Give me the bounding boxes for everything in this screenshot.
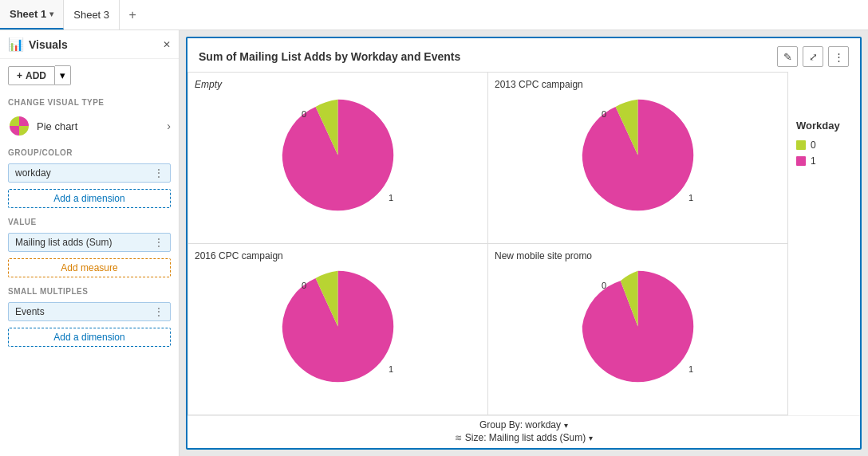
add-dimension-button-1[interactable]: Add a dimension <box>8 189 171 208</box>
chevron-down-icon-size[interactable]: ▾ <box>589 434 593 442</box>
bar-chart-icon: 📊 <box>8 37 24 52</box>
pie-chart-0-svg <box>276 93 400 217</box>
add-dimension-label-2: Add a dimension <box>53 332 124 343</box>
add-label: ADD <box>26 70 46 81</box>
chart-cell-3: New mobile site promo 0 1 <box>488 244 788 415</box>
chevron-down-icon: ▾ <box>60 69 65 81</box>
cell-0-label-1: 1 <box>389 193 393 202</box>
expand-icon: ⤢ <box>809 51 818 63</box>
pie-chart-3-svg <box>576 265 700 388</box>
visual-type-row[interactable]: Pie chart › <box>0 110 179 142</box>
visual-type-info: Pie chart <box>8 115 77 137</box>
chart-body: Empty 0 1 2013 CPC <box>187 72 860 415</box>
cell-1-title: 2013 CPC campaign <box>495 79 583 90</box>
tab-sheet3-label: Sheet 3 <box>73 9 109 21</box>
size-icon: ≋ <box>455 433 462 443</box>
value-label: VALUE <box>0 211 179 230</box>
tab-sheet3[interactable]: Sheet 3 <box>64 0 120 29</box>
add-button[interactable]: + ADD <box>8 66 55 85</box>
small-multiples-field-text: Events <box>15 306 45 317</box>
close-icon[interactable]: ✕ <box>163 39 171 50</box>
add-measure-button[interactable]: Add measure <box>8 258 171 277</box>
cell-3-label-0: 0 <box>602 281 606 290</box>
content-area: Sum of Mailing List Adds by Workday and … <box>180 30 868 456</box>
sidebar-title: 📊 Visuals <box>8 37 68 52</box>
chevron-right-icon: › <box>167 120 171 132</box>
pie-2: 0 1 <box>276 265 400 388</box>
legend-color-0 <box>796 140 806 150</box>
chart-controls: ✎ ⤢ ⋮ <box>777 46 849 67</box>
cell-2-label-1: 1 <box>389 364 393 374</box>
sidebar-title-text: Visuals <box>29 38 68 51</box>
top-bar: Sheet 1 ▾ Sheet 3 + <box>0 0 868 30</box>
small-multiples-field-pill[interactable]: Events ⋮ <box>8 302 171 321</box>
add-dimension-label-1: Add a dimension <box>53 193 124 204</box>
pie-3: 0 1 <box>576 265 700 388</box>
value-field-text: Mailing list adds (Sum) <box>15 237 112 248</box>
legend-color-1 <box>796 156 806 166</box>
chart-cell-0: Empty 0 1 <box>188 73 488 244</box>
pie-chart-2-svg <box>276 265 400 388</box>
pie-chart-icon <box>8 115 30 137</box>
legend-item-1: 1 <box>796 155 852 167</box>
legend-label-1: 1 <box>811 155 816 167</box>
more-options-button[interactable]: ⋮ <box>828 46 849 67</box>
sidebar-header: 📊 Visuals ✕ <box>0 30 179 59</box>
sidebar: 📊 Visuals ✕ + ADD ▾ CHANGE VISUAL TYPE <box>0 30 180 456</box>
change-visual-type-label: CHANGE VISUAL TYPE <box>0 92 179 110</box>
edit-icon: ✎ <box>783 51 792 63</box>
chevron-down-icon-group[interactable]: ▾ <box>564 421 568 430</box>
value-field-pill[interactable]: Mailing list adds (Sum) ⋮ <box>8 233 171 252</box>
group-field-pill[interactable]: workday ⋮ <box>8 163 171 183</box>
chart-cell-1: 2013 CPC campaign 0 1 <box>488 73 788 244</box>
chart-grid: Empty 0 1 2013 CPC <box>187 72 788 415</box>
small-multiples-field-options-icon[interactable]: ⋮ <box>154 306 164 317</box>
legend-title: Workday <box>796 120 852 132</box>
footer-group-by-text: Group By: workday <box>479 419 561 430</box>
legend-label-0: 0 <box>811 140 816 151</box>
add-button-group: + ADD ▾ <box>8 65 171 85</box>
add-dropdown-button[interactable]: ▾ <box>55 65 71 85</box>
cell-1-label-0: 0 <box>602 109 606 119</box>
cell-0-title: Empty <box>195 79 222 90</box>
tab-sheet1-label: Sheet 1 <box>10 8 46 20</box>
add-measure-label: Add measure <box>61 262 117 273</box>
group-field-options-icon[interactable]: ⋮ <box>154 167 164 179</box>
chart-legend: Workday 0 1 <box>788 72 860 415</box>
pie-0: 0 1 <box>276 93 400 217</box>
chart-title: Sum of Mailing List Adds by Workday and … <box>199 50 460 63</box>
chart-container: Sum of Mailing List Adds by Workday and … <box>186 37 862 450</box>
footer-size: ≋ Size: Mailing list adds (Sum) ▾ <box>455 432 593 443</box>
more-options-icon: ⋮ <box>834 51 844 63</box>
plus-icon: + <box>17 70 22 81</box>
small-multiples-label: SMALL MULTIPLES <box>0 281 179 299</box>
expand-button[interactable]: ⤢ <box>803 46 823 67</box>
chart-footer: Group By: workday ▾ ≋ Size: Mailing list… <box>187 415 860 448</box>
chart-cell-2: 2016 CPC campaign 0 1 <box>188 244 488 415</box>
edit-button[interactable]: ✎ <box>777 46 798 67</box>
group-field-text: workday <box>15 167 51 179</box>
tab-sheet1[interactable]: Sheet 1 ▾ <box>0 0 64 29</box>
cell-3-label-1: 1 <box>688 364 693 374</box>
cell-1-label-1: 1 <box>688 193 693 202</box>
footer-group-by: Group By: workday ▾ <box>479 419 568 430</box>
cell-0-label-0: 0 <box>302 109 306 119</box>
value-field-options-icon[interactable]: ⋮ <box>154 237 164 248</box>
cell-2-title: 2016 CPC campaign <box>195 250 283 261</box>
add-dimension-button-2[interactable]: Add a dimension <box>8 328 171 347</box>
tab-sheet1-dropdown-icon[interactable]: ▾ <box>49 10 53 18</box>
cell-2-label-0: 0 <box>302 281 306 290</box>
footer-size-text: Size: Mailing list adds (Sum) <box>465 432 586 443</box>
pie-chart-1-svg <box>576 93 700 217</box>
main-layout: 📊 Visuals ✕ + ADD ▾ CHANGE VISUAL TYPE <box>0 30 868 456</box>
visual-type-name: Pie chart <box>37 120 77 132</box>
chart-header: Sum of Mailing List Adds by Workday and … <box>187 38 860 72</box>
group-color-label: GROUP/COLOR <box>0 142 179 160</box>
pie-1: 0 1 <box>576 93 700 217</box>
legend-item-0: 0 <box>796 140 852 151</box>
add-tab-icon: + <box>128 8 136 22</box>
cell-3-title: New mobile site promo <box>495 250 592 261</box>
add-tab-button[interactable]: + <box>120 0 145 29</box>
